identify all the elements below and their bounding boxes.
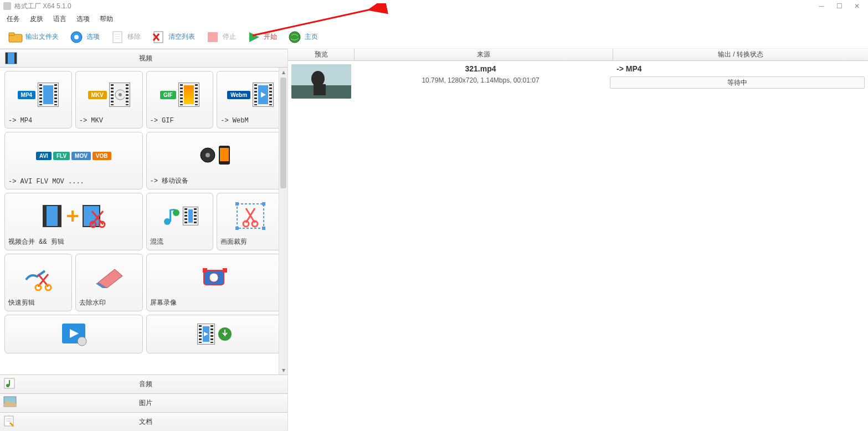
section-picture[interactable]: 图片	[0, 393, 287, 412]
menu-task[interactable]: 任务	[7, 14, 20, 24]
stop-button[interactable]: 停止	[202, 28, 239, 46]
maximize-button[interactable]: ☐	[831, 1, 847, 11]
tile-mp4[interactable]: MP4 -> MP4	[4, 71, 72, 129]
audio-icon	[3, 377, 19, 392]
remove-label: 移除	[127, 32, 141, 42]
menu-options[interactable]: 选项	[76, 14, 90, 24]
tile-merge-edit[interactable]: 视频合并 && 剪辑	[4, 193, 143, 250]
film-thumb-icon	[183, 207, 198, 225]
tile-download[interactable]	[146, 315, 285, 353]
close-button[interactable]: ✕	[849, 1, 865, 11]
svg-rect-13	[6, 53, 8, 64]
globe-icon	[287, 29, 302, 45]
col-source[interactable]: 来源	[355, 49, 613, 60]
svg-rect-31	[235, 202, 239, 206]
task-columns-header: 预览 来源 输出 / 转换状态	[288, 49, 868, 61]
svg-rect-22	[43, 206, 47, 227]
menubar: 任务 皮肤 语言 选项 帮助	[0, 12, 868, 25]
tile-screen-rec-label: 屏幕录像	[150, 296, 281, 307]
menu-help[interactable]: 帮助	[100, 14, 113, 24]
tile-mobile[interactable]: -> 移动设备	[146, 132, 285, 189]
clear-list-button[interactable]: 清空列表	[147, 28, 198, 46]
tile-screen-record[interactable]: 屏幕录像	[146, 254, 285, 311]
scroll-up-icon[interactable]: ▴	[279, 68, 287, 76]
app-icon	[3, 2, 11, 10]
vertical-scrollbar[interactable]: ▴ ▾	[279, 68, 287, 374]
folder-icon	[8, 29, 23, 45]
task-filename: 321.mp4	[351, 64, 610, 73]
svg-rect-42	[223, 268, 227, 273]
task-panel: 预览 来源 输出 / 转换状态 321.mp4 10.79M, 1280x720…	[288, 49, 868, 431]
tile-webm-label: -> WebM	[220, 115, 280, 125]
avi-badge: AVI	[36, 152, 52, 160]
scrollbar-thumb[interactable]	[280, 78, 286, 188]
tile-mp4-label: -> MP4	[8, 115, 68, 125]
menu-language[interactable]: 语言	[53, 14, 66, 24]
svg-rect-41	[203, 268, 207, 273]
svg-rect-33	[235, 227, 239, 230]
eraser-icon	[93, 266, 126, 288]
start-label: 开始	[264, 32, 277, 42]
svg-rect-24	[83, 206, 100, 227]
task-status-label: 等待中	[727, 78, 747, 88]
section-audio[interactable]: 音频	[0, 374, 287, 393]
running-scissors-icon	[23, 263, 54, 291]
document-icon	[3, 415, 19, 429]
output-folder-button[interactable]: 输出文件夹	[4, 28, 62, 46]
home-label: 主页	[305, 32, 318, 42]
app-title: 格式工厂 X64 5.1.0	[14, 2, 71, 11]
tile-mkv[interactable]: MKV -> MKV	[75, 71, 143, 129]
options-label: 选项	[86, 32, 100, 42]
titlebar: 格式工厂 X64 5.1.0 ─ ☐ ✕	[0, 0, 868, 12]
sunset-icon	[178, 83, 199, 107]
tile-crop-label: 画面裁剪	[220, 235, 280, 247]
menu-skin[interactable]: 皮肤	[30, 14, 43, 24]
clear-list-label: 清空列表	[168, 32, 195, 42]
tile-mobile-label: -> 移动设备	[150, 174, 281, 186]
section-document[interactable]: 文档	[0, 412, 287, 431]
col-output[interactable]: 输出 / 转换状态	[613, 49, 868, 60]
task-thumbnail	[291, 64, 351, 99]
col-preview[interactable]: 预览	[288, 49, 355, 60]
tile-gif[interactable]: GIF -> GIF	[146, 71, 214, 129]
film-icon	[3, 51, 19, 65]
options-button[interactable]: 选项	[65, 28, 103, 46]
tile-gif-label: -> GIF	[150, 115, 210, 125]
phone-icon	[218, 145, 230, 165]
disc-icon	[199, 147, 216, 163]
task-row[interactable]: 321.mp4 10.79M, 1280x720, 1.14Mbps, 00:0…	[288, 61, 868, 99]
start-button[interactable]: 开始	[243, 28, 280, 46]
svg-rect-28	[170, 211, 171, 222]
svg-point-26	[99, 222, 105, 227]
task-status: 等待中	[610, 76, 865, 89]
svg-rect-20	[220, 148, 229, 161]
mov-badge: MOV	[71, 152, 91, 160]
crop-scissors-icon	[234, 201, 267, 232]
svg-point-29	[173, 209, 179, 216]
tile-quick-trim[interactable]: 快速剪辑	[4, 254, 72, 311]
scissors-film-icon	[82, 203, 106, 229]
play-icon	[246, 29, 261, 45]
svg-point-37	[35, 285, 41, 290]
mkv-badge: MKV	[88, 91, 107, 99]
home-button[interactable]: 主页	[284, 28, 321, 46]
mp4-badge: MP4	[18, 91, 36, 99]
remove-button[interactable]: 移除	[106, 28, 144, 46]
tile-webm[interactable]: Webm -> WebM	[217, 71, 284, 129]
section-document-label: 文档	[22, 417, 287, 427]
tile-mux[interactable]: 混流	[146, 193, 214, 250]
left-panel: 视频 MP4 -> MP4 MKV -> MKV GIF -> GIF Webm	[0, 49, 288, 431]
flv-badge: FLV	[53, 152, 70, 160]
svg-rect-23	[58, 206, 61, 227]
svg-rect-34	[262, 227, 265, 230]
tile-avi-etc[interactable]: AVI FLV MOV VOB -> AVI FLV MOV ....	[4, 132, 143, 189]
scroll-down-icon[interactable]: ▾	[279, 366, 287, 374]
tile-crop[interactable]: 画面裁剪	[217, 193, 284, 250]
gif-badge: GIF	[160, 91, 176, 99]
gear-icon	[69, 29, 84, 45]
minimize-button[interactable]: ─	[814, 1, 829, 11]
tile-remove-watermark[interactable]: 去除水印	[75, 254, 143, 311]
svg-point-35	[243, 221, 249, 227]
tile-player[interactable]	[4, 315, 143, 353]
section-video[interactable]: 视频	[0, 49, 287, 68]
